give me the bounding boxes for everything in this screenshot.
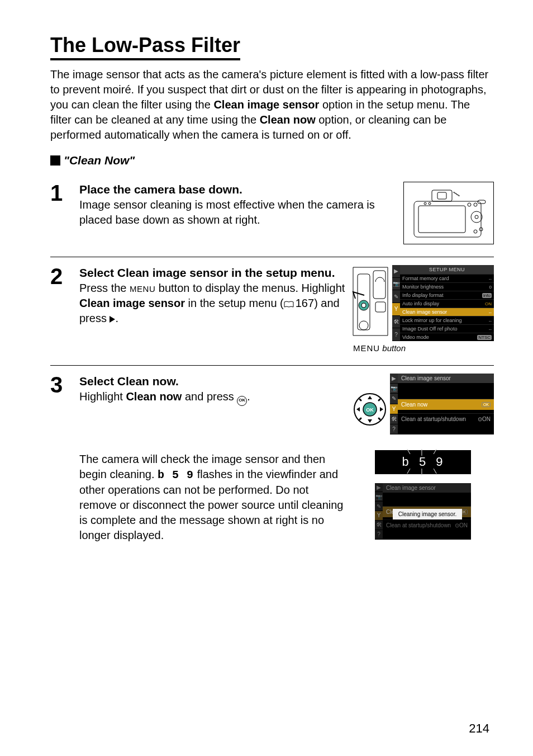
step-3-body-1: Highlight Clean now and press OK. xyxy=(79,389,346,405)
clean-menu-screenshot: ▶ 📷 ✎ Y 🛠 ? Clean image sensor Clean now… xyxy=(390,374,494,434)
step-3-lead-c: . xyxy=(175,375,179,388)
menu-tab: ▶ xyxy=(375,483,383,493)
step-3-body1-c: and press xyxy=(182,390,237,403)
intro-paragraph: The image sensor that acts as the camera… xyxy=(50,67,494,143)
menu-tab: Y xyxy=(392,303,400,316)
msg-menu-row-label: Clean at startup/shutdown xyxy=(386,522,451,528)
msg-menu-box: Clean image sensor Clea OK Cleaning imag… xyxy=(383,483,471,540)
svg-point-11 xyxy=(424,202,426,205)
page-title: The Low-Pass Filter xyxy=(50,34,240,60)
svg-point-17 xyxy=(359,321,368,330)
step-2-page-ref: 167 xyxy=(296,297,314,309)
menu-tab: ▶ xyxy=(390,374,398,384)
step-3-body1-b: Clean now xyxy=(126,390,182,403)
svg-rect-10 xyxy=(478,200,486,204)
ok-button-icon: OK xyxy=(237,396,247,406)
menu-row-value: -- xyxy=(489,276,492,281)
svg-rect-0 xyxy=(414,201,481,237)
step-2-lead: Select Clean image sensor in the setup m… xyxy=(79,265,345,281)
busy-glyph-inline: b 5 9 xyxy=(158,469,194,481)
manual-page: The Low-Pass Filter The image sensor tha… xyxy=(0,0,533,756)
menu-button-caption: MENU button xyxy=(353,343,406,353)
setup-menu-title: SETUP MENU xyxy=(400,265,494,274)
step-3-body-2: The camera will check the image sensor a… xyxy=(79,452,346,543)
step-3-lead-b: Clean now xyxy=(117,375,175,388)
book-icon xyxy=(284,296,294,303)
menu-tab: 📷 xyxy=(390,384,398,394)
svg-rect-13 xyxy=(373,271,386,299)
step-2-option-bold: Clean image sensor xyxy=(79,297,185,309)
msg-menu-row: Clean at startup/shutdown ⊙ON xyxy=(383,519,471,531)
setup-menu-row: Info display formatinfo xyxy=(400,291,494,299)
step-1-text: Place the camera base down. Image sensor… xyxy=(79,182,403,244)
step-3-figure: OK ▶ 📷 ✎ Y 🛠 ? xyxy=(352,374,494,543)
step-1-lead: Place the camera base down. xyxy=(79,182,398,197)
right-arrow-icon xyxy=(110,316,115,323)
msg-menu-tabs: ▶ 📷 ✎ Y 🛠 ? xyxy=(375,483,383,540)
menu-tab: ? xyxy=(392,328,400,341)
clean-menu-row-icon: ⊙ON xyxy=(478,416,491,422)
menu-row-value: info xyxy=(482,293,492,298)
clean-menu-row-label: Clean now xyxy=(401,401,427,408)
step-3-body1-a: Highlight xyxy=(79,390,126,403)
svg-point-8 xyxy=(474,230,477,233)
page-number: 214 xyxy=(469,721,489,736)
clean-menu-tabs: ▶ 📷 ✎ Y 🛠 ? xyxy=(390,374,398,434)
menu-tab: 📷 xyxy=(392,278,400,291)
svg-point-5 xyxy=(475,215,478,219)
clean-menu-row: Clean at startup/shutdown ⊙ON xyxy=(398,413,494,424)
menu-row-value: -- xyxy=(489,310,492,315)
step-3-body1-d: . xyxy=(247,390,250,403)
menu-row-value: NTSC xyxy=(477,335,492,340)
menu-row-label: Monitor brightness xyxy=(402,284,444,290)
menu-row-label: Format memory card xyxy=(402,276,449,281)
section-subhead: "Clean Now" xyxy=(50,154,494,167)
svg-text:OK: OK xyxy=(366,407,374,413)
svg-point-7 xyxy=(474,203,477,206)
setup-menu-row: Auto info displayON xyxy=(400,299,494,308)
step-2-lead-c: in the setup menu. xyxy=(228,266,335,279)
menu-row-label: Video mode xyxy=(402,334,429,340)
step-3-lead: Select Clean now. xyxy=(79,374,346,389)
camera-icon xyxy=(404,182,493,244)
menu-caption-label: MENU xyxy=(353,343,380,353)
step-2-body-c: in the setup menu ( xyxy=(185,297,284,309)
menu-row-value: -- xyxy=(489,318,492,323)
step-2-body: Press the MENU button to display the men… xyxy=(79,281,345,326)
menu-tab: ▶ xyxy=(392,265,400,278)
svg-rect-18 xyxy=(375,302,386,312)
step-3: 3 Select Clean now. Highlight Clean now … xyxy=(50,365,494,555)
menu-tab: ✎ xyxy=(375,502,383,511)
svg-point-16 xyxy=(361,303,366,308)
setup-menu-row: Monitor brightness0 xyxy=(400,282,494,291)
step-2-figure: ▶ 📷 ✎ Y 🛠 ? SETUP MENU Format memory car… xyxy=(351,265,494,353)
menu-tab: 🛠 xyxy=(375,521,383,530)
clean-menu-box: Clean image sensor Clean now OK Clean at… xyxy=(398,374,494,434)
busy-ticks-top: \ | / xyxy=(375,450,471,455)
menu-row-value: -- xyxy=(489,327,492,332)
clean-menu-row-label: Clean at startup/shutdown xyxy=(401,416,466,422)
menu-tab: ✎ xyxy=(390,394,398,404)
msg-menu-title: Clean image sensor xyxy=(383,483,471,493)
step-2-body-b: button to display the menus. Highlight xyxy=(155,282,345,294)
subhead-bullet-icon xyxy=(50,155,60,166)
menu-tab: Y xyxy=(390,404,398,414)
step-3-text: Select Clean now. Highlight Clean now an… xyxy=(79,374,352,543)
step-2-body-e: . xyxy=(115,312,118,324)
menu-tab: ? xyxy=(375,530,383,540)
cleaning-popup: Cleaning image sensor. xyxy=(393,509,462,519)
step-2-number: 2 xyxy=(50,265,79,353)
viewfinder-busy-figure: \ | / b 5 9 / | \ xyxy=(375,450,471,474)
menu-button-label-inline: MENU xyxy=(130,284,155,294)
multi-selector-icon: OK xyxy=(352,391,388,427)
step-3-number: 3 xyxy=(50,374,79,543)
menu-caption-suffix: button xyxy=(380,343,406,353)
menu-tab: 📷 xyxy=(375,492,383,502)
intro-bold-1: Clean image sensor xyxy=(213,98,319,111)
setup-menu-tabs: ▶ 📷 ✎ Y 🛠 ? xyxy=(392,265,400,341)
step-1-figure xyxy=(403,182,494,244)
menu-row-label: Auto info display xyxy=(402,301,439,306)
svg-point-4 xyxy=(471,211,482,223)
setup-menu-screenshot: ▶ 📷 ✎ Y 🛠 ? SETUP MENU Format memory car… xyxy=(392,265,494,341)
clean-menu-title: Clean image sensor xyxy=(398,374,494,383)
